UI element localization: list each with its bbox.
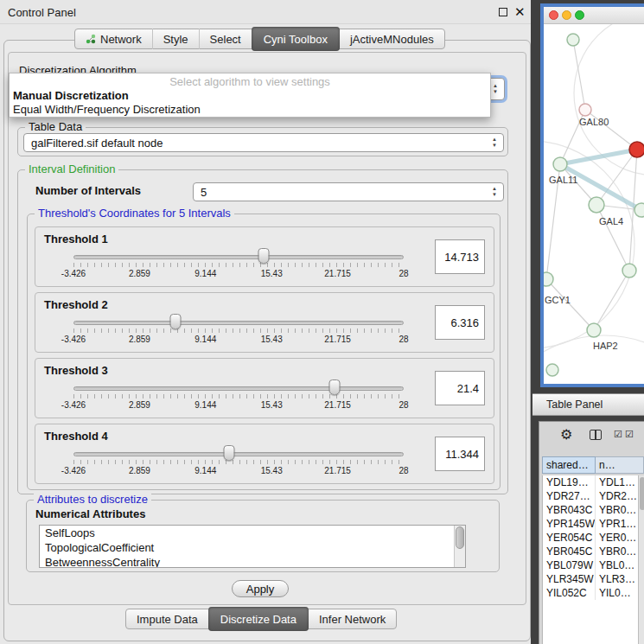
slider-scale: -3.426 2.859 9.144 15.43 21.715 28	[73, 335, 404, 345]
network-node[interactable]	[546, 364, 558, 376]
table-row[interactable]: YDR27…YDR2…	[543, 489, 638, 503]
table-row[interactable]: YPR145WYPR1…	[543, 517, 638, 531]
network-canvas[interactable]: GAL80 GAL11 GAL4 GCY1 HAP2	[544, 24, 644, 384]
tab-infer-network[interactable]: Infer Network	[309, 609, 396, 629]
table-row[interactable]: YDL19…YDL1…	[543, 475, 638, 489]
tab-cyni-label: Cyni Toolbox	[264, 33, 328, 46]
network-node-selected[interactable]	[629, 142, 644, 157]
checkbox-icon[interactable]: ☑	[614, 428, 622, 440]
slider-handle[interactable]	[170, 314, 182, 329]
tab-style[interactable]: Style	[152, 29, 199, 49]
network-node[interactable]	[579, 104, 591, 116]
slider-track[interactable]	[73, 452, 404, 456]
close-window-icon[interactable]: ✕	[514, 4, 526, 20]
thresholds-group: Threshold's Coordinates for 5 Intervals …	[27, 214, 501, 490]
combo-stepper-icon	[489, 186, 500, 198]
table-data-value: galFiltered.sif default node	[31, 137, 163, 150]
column-header-name[interactable]: n…	[596, 456, 644, 474]
scale-label: 2.859	[129, 466, 150, 475]
node-label: GAL11	[549, 175, 577, 185]
tab-discretize-data[interactable]: Discretize Data	[208, 607, 309, 631]
zoom-traffic-icon[interactable]	[575, 10, 584, 20]
threshold-slider[interactable]: -3.426 2.859 9.144 15.43 21.715 28	[73, 250, 404, 284]
network-node[interactable]	[622, 264, 636, 277]
cell: YDR2…	[596, 489, 638, 503]
cell: YDL19…	[543, 475, 596, 489]
attributes-group-title: Attributes to discretize	[34, 493, 151, 506]
gear-icon[interactable]: ⚙	[560, 427, 572, 443]
table-panel-header: Table Panel	[532, 393, 644, 416]
table-row[interactable]: YBL079WYBL0…	[543, 558, 638, 572]
slider-handle[interactable]	[223, 445, 234, 461]
threshold-value-input[interactable]: 11.344	[435, 437, 485, 471]
vertical-scrollbar[interactable]	[638, 475, 644, 644]
table-row[interactable]: YIL052CYIL0…	[543, 586, 638, 600]
list-item[interactable]: SelfLoops	[40, 526, 465, 540]
network-node[interactable]	[553, 157, 567, 171]
scale-label: 9.144	[194, 400, 216, 410]
network-window-titlebar[interactable]	[544, 7, 644, 24]
vertical-scrollbar[interactable]	[454, 526, 465, 567]
number-of-intervals-combobox[interactable]: 5	[193, 182, 504, 201]
network-edge	[596, 205, 629, 271]
list-item[interactable]: BetweennessCentrality	[40, 555, 465, 568]
tab-select[interactable]: Select	[199, 29, 252, 49]
tab-network[interactable]: Network	[75, 29, 152, 49]
table-row[interactable]: YBR045CYBR0…	[543, 545, 638, 558]
slider-track[interactable]	[73, 255, 404, 259]
tab-jactivemnodules[interactable]: jActiveMNodules	[340, 29, 444, 49]
column-header-shared-name[interactable]: shared…	[542, 456, 596, 474]
network-node[interactable]	[589, 197, 604, 213]
scrollbar-thumb[interactable]	[640, 477, 644, 510]
table-row[interactable]: YBR043CYBR0…	[543, 503, 638, 517]
close-traffic-icon[interactable]	[549, 10, 558, 20]
slider-handle[interactable]	[258, 248, 270, 264]
network-node[interactable]	[544, 272, 553, 286]
minimize-traffic-icon[interactable]	[562, 10, 571, 20]
slider-scale: -3.426 2.859 9.144 15.43 21.715 28	[73, 466, 404, 476]
threshold-label: Threshold 1	[44, 233, 108, 245]
combo-stepper-icon	[490, 83, 501, 95]
scale-label: 21.715	[324, 335, 351, 344]
slider-track[interactable]	[73, 386, 404, 391]
threshold-slider[interactable]: -3.426 2.859 9.144 15.43 21.715 28	[73, 447, 404, 481]
slider-handle[interactable]	[328, 379, 340, 395]
checkbox-icon[interactable]: ☑	[625, 428, 634, 440]
scrollbar-thumb[interactable]	[456, 526, 464, 549]
cell: YBR0…	[596, 545, 638, 558]
bottom-tabbar: Impute Data Discretize Data Infer Networ…	[125, 609, 397, 629]
tab-cyni-toolbox[interactable]: Cyni Toolbox	[252, 27, 340, 51]
threshold-value-input[interactable]: 21.4	[435, 371, 485, 405]
scale-label: 2.859	[129, 269, 150, 278]
table-row[interactable]: YER054CYER0…	[543, 531, 638, 545]
tab-discretize-label: Discretize Data	[220, 613, 296, 626]
dropdown-option-manual[interactable]: Manual Discretization	[10, 89, 490, 103]
threshold-slider[interactable]: -3.426 2.859 9.144 15.43 21.715 28	[73, 381, 404, 416]
threshold-slider[interactable]: -3.426 2.859 9.144 15.43 21.715 28	[73, 316, 404, 350]
network-node[interactable]	[634, 203, 644, 217]
table-data-combobox[interactable]: galFiltered.sif default node	[23, 133, 504, 152]
apply-button[interactable]: Apply	[232, 580, 289, 597]
attributes-listbox[interactable]: SelfLoops TopologicalCoefficient Between…	[39, 525, 466, 568]
scale-label: 28	[399, 466, 408, 475]
threshold-value-input[interactable]: 14.713	[435, 239, 485, 274]
scale-label: 15.43	[261, 335, 283, 344]
network-node[interactable]	[567, 34, 579, 46]
combo-stepper-icon	[489, 137, 500, 149]
scale-label: -3.426	[61, 400, 86, 410]
columns-icon[interactable]	[590, 430, 602, 440]
network-edge	[585, 110, 637, 150]
dropdown-option-equal-width[interactable]: Equal Width/Frequency Discretization	[10, 103, 490, 117]
tab-impute-data[interactable]: Impute Data	[126, 609, 208, 629]
list-item[interactable]: TopologicalCoefficient	[40, 540, 465, 555]
slider-track[interactable]	[73, 321, 404, 325]
algorithm-dropdown-popup: Select algorithm to view settings Manual…	[9, 73, 491, 118]
network-node[interactable]	[587, 323, 601, 337]
cell: YBR0…	[596, 503, 638, 517]
restore-window-icon[interactable]	[499, 8, 507, 16]
table-row[interactable]: YLR345WYLR3…	[543, 572, 638, 586]
cell: YIL052C	[543, 586, 596, 600]
threshold-value-input[interactable]: 6.316	[435, 305, 485, 340]
table-panel-window: ⚙ ☑ ☑ shared… n… YDL19…YDL1… YDR27…YDR2……	[539, 421, 644, 644]
table-data-title: Table Data	[25, 120, 86, 133]
